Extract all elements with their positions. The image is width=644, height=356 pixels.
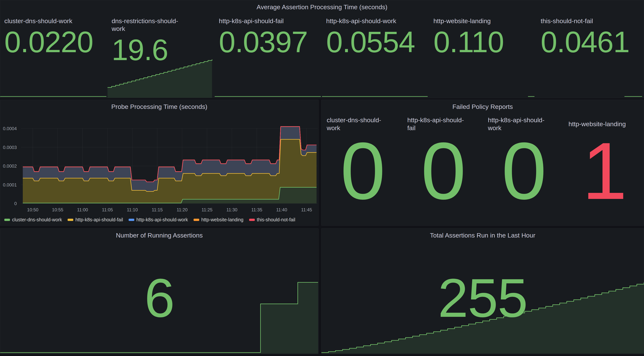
legend-swatch-icon bbox=[249, 219, 255, 221]
svg-text:11:10: 11:10 bbox=[127, 207, 138, 212]
legend-item[interactable]: http-k8s-api-should-work bbox=[128, 217, 188, 222]
stat-label: this-should-not-fail bbox=[540, 17, 620, 25]
legend-item[interactable]: http-website-landing bbox=[194, 217, 244, 222]
panel-probe-processing-time: Probe Processing Time (seconds) 00.00010… bbox=[0, 100, 318, 226]
failed-stat-cell: http-k8s-api-should-work 0 bbox=[482, 112, 563, 226]
svg-text:0.0003: 0.0003 bbox=[3, 145, 17, 150]
legend-swatch-icon bbox=[128, 219, 134, 221]
stat-label: http-k8s-api-should-work bbox=[326, 17, 405, 25]
panel-title-probe-processing-time[interactable]: Probe Processing Time (seconds) bbox=[0, 100, 318, 110]
legend-swatch-icon bbox=[4, 219, 10, 221]
svg-text:0.0001: 0.0001 bbox=[3, 182, 17, 188]
legend-label: http-website-landing bbox=[201, 217, 244, 222]
stat-value: 0.0220 bbox=[4, 26, 104, 57]
svg-text:10:50: 10:50 bbox=[27, 207, 38, 212]
svg-text:11:20: 11:20 bbox=[177, 207, 188, 212]
probe-chart-legend: cluster-dns-should-work http-k8s-api-sho… bbox=[4, 217, 316, 222]
legend-swatch-icon bbox=[68, 219, 73, 221]
svg-text:11:45: 11:45 bbox=[301, 207, 312, 212]
probe-time-series-chart[interactable]: 00.00010.00020.00030.000410:5010:5511:00… bbox=[0, 111, 319, 216]
svg-text:11:30: 11:30 bbox=[226, 207, 237, 212]
panel-title-failed-policy-reports[interactable]: Failed Policy Reports bbox=[322, 100, 644, 110]
stat-value: 0.0554 bbox=[326, 26, 426, 57]
stat-cell: http-k8s-api-should-work 0.0554 bbox=[322, 12, 429, 98]
stat-label: http-k8s-api-should-fail bbox=[219, 17, 298, 25]
failed-stat-value: 0 bbox=[502, 133, 546, 209]
panel-failed-policy-reports: Failed Policy Reports cluster-dns-should… bbox=[321, 100, 644, 226]
stat-value: 0.0461 bbox=[540, 26, 640, 57]
svg-text:11:05: 11:05 bbox=[102, 207, 113, 212]
legend-label: http-k8s-api-should-fail bbox=[75, 217, 123, 222]
legend-label: this-should-not-fail bbox=[257, 217, 295, 222]
stat-label: dns-restrictions-should-work bbox=[112, 17, 191, 33]
total-assertions-sparkline bbox=[322, 228, 644, 354]
svg-text:0: 0 bbox=[14, 201, 17, 206]
legend-item[interactable]: this-should-not-fail bbox=[249, 217, 295, 222]
svg-text:11:15: 11:15 bbox=[152, 207, 163, 212]
running-assertions-sparkline bbox=[0, 228, 318, 354]
legend-label: cluster-dns-should-work bbox=[12, 217, 62, 222]
stat-label: http-website-landing bbox=[434, 17, 512, 25]
stat-value: 0.110 bbox=[434, 26, 533, 57]
failed-stat-cell: http-k8s-api-should-fail 0 bbox=[402, 112, 482, 226]
failed-stat-cell: cluster-dns-should-work 0 bbox=[322, 112, 402, 226]
legend-item[interactable]: cluster-dns-should-work bbox=[4, 217, 62, 222]
legend-item[interactable]: http-k8s-api-should-fail bbox=[68, 217, 123, 222]
failed-stats-row: cluster-dns-should-work 0 http-k8s-api-s… bbox=[322, 112, 644, 226]
svg-text:11:40: 11:40 bbox=[276, 207, 287, 212]
svg-text:10:55: 10:55 bbox=[52, 207, 63, 212]
legend-swatch-icon bbox=[194, 219, 199, 221]
panel-title-average-assertion-time[interactable]: Average Assertion Processing Time (secon… bbox=[0, 0, 644, 11]
stat-row: cluster-dns-should-work 0.0220 dns-restr… bbox=[0, 12, 644, 98]
failed-stat-cell: http-website-landing 1 bbox=[563, 112, 644, 226]
panel-number-of-running-assertions: Number of Running Assertions 6 bbox=[0, 228, 318, 354]
stat-cell: this-should-not-fail 0.0461 bbox=[536, 12, 644, 98]
legend-label: http-k8s-api-should-work bbox=[136, 217, 188, 222]
svg-text:11:35: 11:35 bbox=[252, 207, 262, 212]
stat-label: cluster-dns-should-work bbox=[4, 17, 84, 25]
stat-cell: cluster-dns-should-work 0.0220 bbox=[0, 12, 108, 98]
stat-cell: dns-restrictions-should-work 19.6 bbox=[108, 12, 215, 98]
grafana-dashboard: Average Assertion Processing Time (secon… bbox=[0, 0, 644, 356]
stat-cell: http-website-landing 0.110 bbox=[429, 12, 537, 98]
failed-stat-value: 0 bbox=[421, 133, 465, 209]
panel-average-assertion-time: Average Assertion Processing Time (secon… bbox=[0, 0, 644, 98]
stat-cell: http-k8s-api-should-fail 0.0397 bbox=[215, 12, 322, 98]
svg-text:11:00: 11:00 bbox=[77, 207, 88, 212]
failed-stat-value: 0 bbox=[340, 133, 384, 209]
stat-value: 0.0397 bbox=[219, 26, 318, 57]
svg-text:0.0002: 0.0002 bbox=[3, 164, 17, 168]
failed-stat-value: 1 bbox=[582, 133, 626, 209]
svg-text:11:25: 11:25 bbox=[202, 207, 212, 212]
panel-total-assertions-last-hour: Total Assertions Run in the Last Hour 25… bbox=[321, 228, 644, 354]
svg-text:0.0004: 0.0004 bbox=[3, 126, 17, 131]
stat-value: 19.6 bbox=[112, 34, 212, 65]
